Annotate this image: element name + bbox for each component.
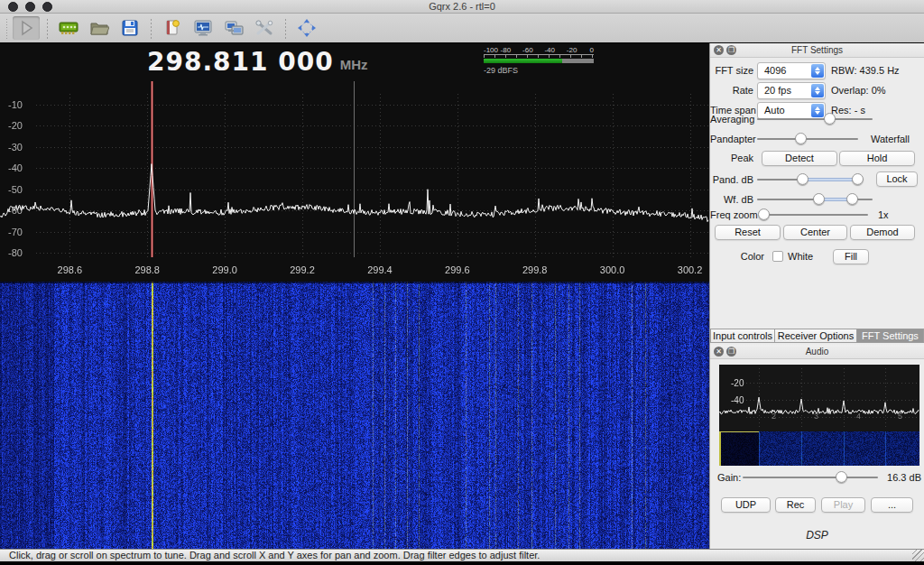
tab-fft-settings[interactable]: FFT Settings: [857, 329, 924, 343]
close-icon[interactable]: ✕: [714, 45, 724, 55]
frequency-display[interactable]: 298.811 000 MHz: [147, 47, 368, 77]
udp-button[interactable]: UDP: [721, 497, 771, 513]
gain-value: 16.3 dB: [882, 470, 921, 485]
io-devices-button[interactable]: [55, 16, 82, 40]
pandapter-waterfall-slider[interactable]: [757, 133, 858, 145]
floppy-icon: [121, 19, 139, 37]
float-icon[interactable]: ❐: [726, 347, 736, 357]
stepper-icon[interactable]: [811, 84, 824, 97]
meter-tick-label: 0: [590, 46, 594, 54]
reset-button[interactable]: Reset: [715, 225, 781, 240]
freq-zoom-value: 1x: [878, 208, 889, 221]
fft-size-select[interactable]: 4096: [757, 62, 826, 79]
tools-button[interactable]: [251, 16, 278, 40]
fft-settings-header: ✕ ❐ FFT Settings: [710, 43, 924, 58]
meter-tick-label: -40: [544, 46, 555, 54]
waterfall-display[interactable]: [0, 282, 709, 549]
peak-detect-button[interactable]: Detect: [762, 151, 837, 166]
meter-fill: [484, 59, 562, 63]
frequency-digits[interactable]: 298.811 000: [147, 47, 334, 77]
bottom-strip: [0, 561, 924, 565]
slider-high-thumb[interactable]: [852, 173, 864, 185]
titlebar[interactable]: Gqrx 2.6 - rtl=0: [0, 0, 924, 14]
start-dsp-button[interactable]: [13, 16, 40, 40]
fill-button[interactable]: Fill: [833, 249, 869, 264]
pandapter-label: Pandapter: [710, 133, 753, 145]
dock-tabbar: Input controls Receiver Options FFT Sett…: [710, 329, 924, 343]
toolbar-separator: [151, 17, 152, 39]
tab-input-controls[interactable]: Input controls: [710, 329, 775, 343]
waterfall-db-range-slider[interactable]: [757, 193, 873, 206]
meter-bar: [484, 59, 594, 63]
averaging-label: Averaging: [710, 113, 753, 125]
save-button[interactable]: [116, 16, 143, 40]
lock-button[interactable]: Lock: [876, 171, 918, 187]
resize-grip[interactable]: [912, 550, 924, 561]
play-button[interactable]: Play: [821, 497, 865, 513]
audio-header: ✕ ❐ Audio: [710, 345, 924, 359]
remote-control-button[interactable]: [220, 16, 247, 40]
close-window-button[interactable]: [8, 2, 18, 12]
meter-reading: -29 dBFS: [484, 66, 594, 75]
spectrum-panel: 298.811 000 MHz -100-80-60-40-200 -29 dB…: [0, 43, 709, 549]
spectrum-window-button[interactable]: [189, 16, 217, 40]
toolbar-separator: [47, 17, 48, 39]
play-icon: [17, 19, 35, 37]
center-button[interactable]: Center: [783, 225, 847, 240]
rec-button[interactable]: Rec: [775, 497, 816, 513]
audio-gain-slider[interactable]: [743, 471, 878, 484]
wf-db-label: Wf. dB: [710, 193, 753, 206]
freq-zoom-label: Freq zoom: [710, 208, 753, 221]
scope-icon: [193, 19, 213, 37]
rate-label: Rate: [710, 82, 753, 99]
slider-low-thumb[interactable]: [797, 173, 808, 185]
pandapter-spectrum[interactable]: [0, 81, 709, 282]
slider-high-thumb[interactable]: [846, 193, 858, 205]
fullscreen-button[interactable]: [293, 16, 320, 40]
bookmarks-button[interactable]: [159, 16, 186, 40]
close-icon[interactable]: ✕: [714, 347, 724, 357]
peak-label: Peak: [710, 151, 753, 166]
white-checkbox-label: White: [788, 249, 813, 264]
white-checkbox[interactable]: [772, 251, 783, 262]
minimize-window-button[interactable]: [25, 2, 35, 12]
pand-db-label: Pand. dB: [710, 173, 753, 186]
slider-thumb[interactable]: [824, 113, 836, 125]
window-controls: [8, 2, 52, 12]
pandapter-db-range-slider[interactable]: [757, 173, 864, 186]
zoom-window-button[interactable]: [42, 2, 52, 12]
slider-thumb[interactable]: [836, 471, 847, 483]
float-icon[interactable]: ❐: [726, 45, 736, 55]
status-bar: Click, drag or scroll on spectrum to tun…: [0, 549, 924, 561]
meter-tick-label: -100: [484, 46, 498, 54]
peak-hold-button[interactable]: Hold: [839, 151, 915, 166]
color-label: Color: [710, 249, 764, 264]
more-button[interactable]: ...: [871, 497, 913, 513]
averaging-slider[interactable]: [757, 113, 873, 125]
fft-settings-title: FFT Settings: [710, 43, 924, 57]
frequency-area: 298.811 000 MHz -100-80-60-40-200 -29 dB…: [0, 43, 709, 81]
toolbar-grip[interactable]: [4, 17, 9, 39]
frequency-unit: MHz: [340, 57, 368, 72]
gqrx-window: Gqrx 2.6 - rtl=0: [0, 0, 924, 565]
toolbar: [0, 14, 924, 43]
open-button[interactable]: [86, 16, 113, 40]
bookmark-icon: [163, 19, 181, 37]
rate-select[interactable]: 20 fps: [757, 82, 826, 99]
audio-spectrum-display[interactable]: [719, 365, 919, 466]
slider-thumb[interactable]: [795, 133, 807, 144]
tab-receiver-options[interactable]: Receiver Options: [775, 329, 857, 343]
slider-thumb[interactable]: [758, 208, 770, 220]
demod-button[interactable]: Demod: [850, 225, 915, 240]
gain-label: Gain:: [717, 470, 741, 485]
stepper-icon[interactable]: [811, 64, 824, 78]
slider-low-thumb[interactable]: [813, 193, 825, 205]
dsp-label: DSP: [710, 529, 924, 542]
tools-icon: [254, 19, 274, 37]
dock-panel: ✕ ❐ FFT Settings FFT size 4096 RBW: 439.…: [709, 43, 924, 549]
signal-strength-meter: -100-80-60-40-200 -29 dBFS: [484, 46, 594, 75]
fft-size-label: FFT size: [710, 62, 753, 79]
waterfall-label: Waterfall: [871, 133, 910, 145]
freq-zoom-slider[interactable]: [760, 208, 868, 221]
device-icon: [59, 19, 79, 37]
